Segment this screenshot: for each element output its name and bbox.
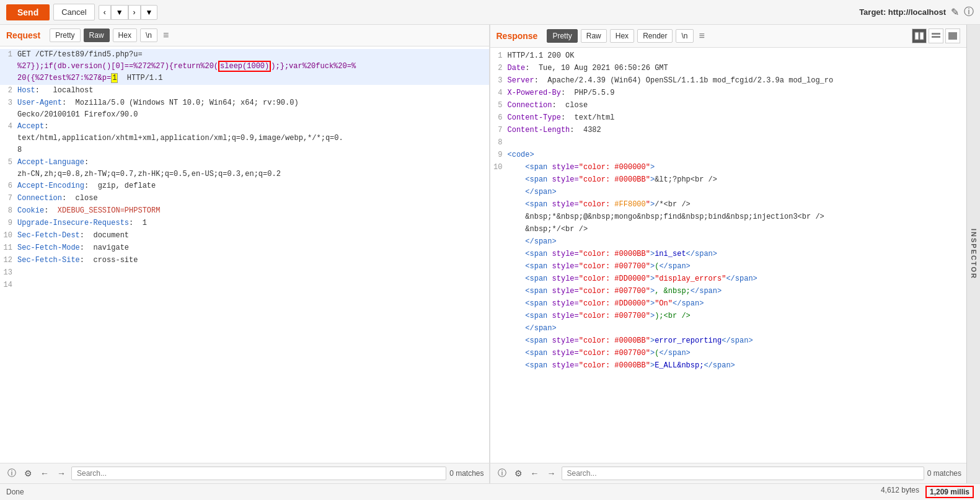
request-search-next[interactable]: → — [55, 467, 68, 480]
response-line-25: <span style="color: #007700">(</span> — [490, 348, 967, 360]
request-search-prev[interactable]: ← — [38, 467, 51, 480]
request-pane: Request Pretty Raw Hex \n ≡ 1 GET /CTF/t… — [0, 25, 490, 483]
line-num-9: 9 — [0, 217, 17, 229]
svg-rect-3 — [932, 36, 940, 38]
response-content: 1 HTTP/1.1 200 OK 2 Date: Tue, 10 Aug 20… — [490, 48, 967, 463]
nav-next-button[interactable]: › — [128, 5, 141, 20]
response-line-26: <span style="color: #0000BB">E_ALL&nbsp;… — [490, 360, 967, 372]
response-line-21: <span style="color: #DD0000">"On"</span> — [490, 298, 967, 310]
svg-rect-0 — [915, 32, 919, 40]
response-help-icon[interactable]: ⓘ — [495, 467, 509, 480]
line-content-10: Sec-Fetch-Dest: document — [17, 230, 489, 242]
response-line-18: <span style="color: #007700">(</span> — [490, 261, 967, 273]
response-line-5: 5 Connection: close — [490, 100, 967, 112]
line-content-6: Accept-Encoding: gzip, deflate — [17, 180, 489, 192]
response-pane: Response Pretty Raw Hex Render \n ≡ — [490, 25, 967, 483]
response-tab-pretty[interactable]: Pretty — [547, 29, 577, 43]
response-title: Response — [497, 31, 538, 41]
request-title: Request — [6, 30, 40, 40]
line-content-7: Connection: close — [17, 193, 489, 204]
response-search-prev[interactable]: ← — [528, 467, 542, 480]
request-settings-icon[interactable]: ⚙ — [22, 467, 35, 480]
nav-next-dropdown-button[interactable]: ▼ — [141, 5, 158, 20]
statusbar: Done 4,612 bytes 1,209 millis — [0, 483, 980, 500]
response-header: Response Pretty Raw Hex Render \n ≡ — [490, 25, 967, 48]
response-line-10: 10 <span style="color: #000000"> — [490, 162, 967, 174]
response-tab-hex[interactable]: Hex — [610, 29, 634, 43]
response-line-1: 1 HTTP/1.1 200 OK — [490, 50, 967, 63]
response-line-3: 3 Server: Apache/2.4.39 (Win64) OpenSSL/… — [490, 75, 967, 87]
line-num-11: 11 — [0, 242, 17, 254]
line-content-4: Accept:text/html,application/xhtml+xml,a… — [17, 121, 489, 157]
request-tab-hex[interactable]: Hex — [113, 29, 137, 42]
request-search-input[interactable] — [71, 467, 446, 480]
status-right: 4,612 bytes 1,209 millis — [881, 486, 974, 498]
send-button[interactable]: Send — [6, 4, 50, 20]
line-content-12: Sec-Fetch-Site: cross-site — [17, 255, 489, 266]
help-button[interactable]: ⓘ — [964, 6, 974, 19]
request-line-7: 7 Connection: close — [0, 193, 489, 205]
request-tab-raw[interactable]: Raw — [84, 29, 110, 42]
cancel-button[interactable]: Cancel — [53, 4, 94, 20]
line-num-10: 10 — [0, 230, 17, 242]
line-num-8: 8 — [0, 205, 17, 217]
line-content-3: User-Agent: Mozilla/5.0 (Windows NT 10.0… — [17, 97, 489, 121]
response-tab-newline[interactable]: \n — [676, 29, 693, 43]
request-help-icon[interactable]: ⓘ — [5, 467, 19, 480]
response-search-bar: ⓘ ⚙ ← → 0 matches — [490, 463, 967, 483]
request-content: 1 GET /CTF/test89/find5.php?u=%27});if(d… — [0, 46, 489, 463]
response-tab-raw[interactable]: Raw — [581, 29, 607, 43]
svg-rect-1 — [920, 32, 924, 40]
request-menu-button[interactable]: ≡ — [161, 30, 171, 41]
request-line-2: 2 Host: localhost — [0, 85, 489, 97]
response-menu-button[interactable]: ≡ — [697, 30, 707, 42]
bytes-label: 4,612 bytes — [881, 486, 919, 498]
response-line-15: &nbsp;*/<br /> — [490, 224, 967, 236]
request-line-9: 9 Upgrade-Insecure-Requests: 1 — [0, 217, 489, 230]
request-code-block[interactable]: 1 GET /CTF/test89/find5.php?u=%27});if(d… — [0, 46, 489, 463]
request-line-8: 8 Cookie: XDEBUG_SESSION=PHPSTORM — [0, 205, 489, 217]
response-line-19: <span style="color: #DD0000">"display_er… — [490, 273, 967, 286]
response-line-7: 7 Content-Length: 4382 — [490, 125, 967, 137]
response-line-20: <span style="color: #007700">, &nbsp;</s… — [490, 286, 967, 298]
response-line-17: <span style="color: #0000BB">ini_set</sp… — [490, 248, 967, 261]
response-line-2: 2 Date: Tue, 10 Aug 2021 06:50:26 GMT — [490, 63, 967, 75]
response-line-16: </span> — [490, 236, 967, 248]
request-tab-newline[interactable]: \n — [140, 29, 157, 42]
request-line-11: 11 Sec-Fetch-Mode: navigate — [0, 242, 489, 255]
response-view-list-icon[interactable] — [929, 29, 943, 43]
response-search-next[interactable]: → — [545, 467, 558, 480]
response-tab-render[interactable]: Render — [637, 29, 673, 43]
inspector-sidebar[interactable]: INSPECTOR — [966, 25, 980, 483]
line-content-9: Upgrade-Insecure-Requests: 1 — [17, 217, 489, 229]
request-line-3: 3 User-Agent: Mozilla/5.0 (Windows NT 10… — [0, 97, 489, 121]
request-line-6: 6 Accept-Encoding: gzip, deflate — [0, 180, 489, 193]
response-view-grid-icon[interactable] — [945, 29, 960, 43]
line-num-1: 1 — [0, 49, 17, 61]
response-view-icons — [912, 29, 960, 43]
response-line-11: <span style="color: #0000BB">&lt;?php<br… — [490, 174, 967, 186]
response-line-23: </span> — [490, 323, 967, 335]
nav-prev-dropdown-button[interactable]: ▼ — [111, 5, 128, 20]
line-content-1: GET /CTF/test89/find5.php?u=%27});if(db.… — [17, 49, 489, 85]
request-tab-pretty[interactable]: Pretty — [50, 29, 80, 42]
line-content-5: Accept-Language:zh-CN,zh;q=0.8,zh-TW;q=0… — [17, 157, 489, 180]
response-matches-label: 0 matches — [927, 469, 961, 478]
request-line-5: 5 Accept-Language:zh-CN,zh;q=0.8,zh-TW;q… — [0, 157, 489, 180]
line-num-6: 6 — [0, 180, 17, 192]
nav-prev-button[interactable]: ‹ — [99, 5, 111, 20]
response-line-24: <span style="color: #0000BB">error_repor… — [490, 335, 967, 348]
line-content-2: Host: localhost — [17, 85, 489, 97]
response-settings-icon[interactable]: ⚙ — [512, 467, 525, 480]
response-view-split-icon[interactable] — [912, 29, 927, 43]
edit-target-button[interactable]: ✎ — [951, 6, 959, 18]
target-label: Target: http://localhost — [859, 7, 946, 17]
response-search-input[interactable] — [562, 467, 924, 480]
request-header: Request Pretty Raw Hex \n ≡ — [0, 25, 489, 46]
line-num-12: 12 — [0, 255, 17, 266]
response-code-block[interactable]: 1 HTTP/1.1 200 OK 2 Date: Tue, 10 Aug 20… — [490, 48, 967, 463]
request-line-1: 1 GET /CTF/test89/find5.php?u=%27});if(d… — [0, 49, 489, 85]
svg-rect-2 — [932, 33, 940, 35]
request-line-12: 12 Sec-Fetch-Site: cross-site — [0, 255, 489, 267]
response-line-9: 9 <code> — [490, 149, 967, 162]
